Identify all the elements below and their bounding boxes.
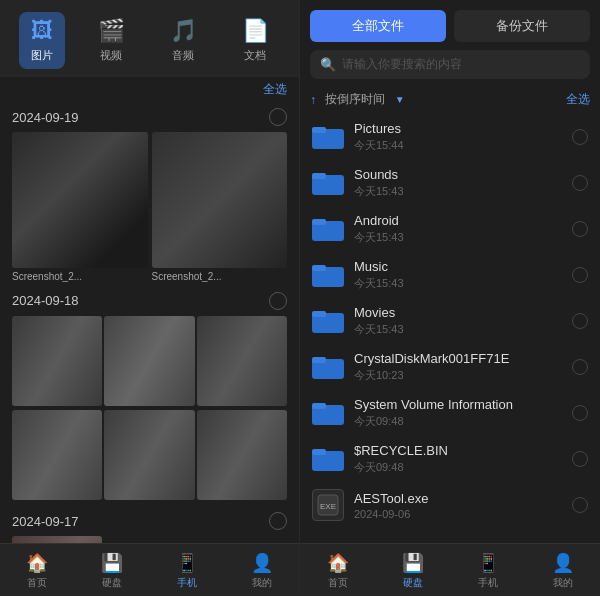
file-select-aestool[interactable]: [572, 497, 588, 513]
file-item-music[interactable]: Music 今天15:43: [306, 252, 594, 298]
docs-icon: 📄: [242, 18, 269, 44]
tab-video[interactable]: 🎬 视频: [86, 12, 137, 69]
sort-text: 按倒序时间: [325, 91, 385, 108]
file-item-sounds[interactable]: Sounds 今天15:43: [306, 160, 594, 206]
date-circle-0917[interactable]: [269, 512, 287, 530]
file-name-aestool: AESTool.exe: [354, 491, 562, 506]
file-item-recyclebin[interactable]: $RECYCLE.BIN 今天09:48: [306, 436, 594, 482]
left-nav-home[interactable]: 🏠 首页: [26, 552, 48, 590]
file-item-android[interactable]: Android 今天15:43: [306, 206, 594, 252]
file-type-tabs: 🖼 图片 🎬 视频 🎵 音频 📄 文档: [0, 0, 299, 77]
tab-docs-label: 文档: [244, 48, 266, 63]
tab-photos[interactable]: 🖼 图片: [19, 12, 65, 69]
date-label-0919: 2024-09-19: [12, 110, 79, 125]
svg-rect-7: [312, 265, 326, 271]
file-info-sounds: Sounds 今天15:43: [354, 167, 562, 199]
file-info-recyclebin: $RECYCLE.BIN 今天09:48: [354, 443, 562, 475]
file-date-sysvolinfo: 今天09:48: [354, 414, 562, 429]
phone-icon-right: 📱: [477, 552, 499, 574]
right-nav-phone[interactable]: 📱 手机: [477, 552, 499, 590]
tab-audio-label: 音频: [172, 48, 194, 63]
file-info-aestool: AESTool.exe 2024-09-06: [354, 491, 562, 520]
photo-item-1[interactable]: Screenshot_2...: [152, 132, 288, 282]
file-item-crystaldisk[interactable]: CrystalDiskMark001FF71E 今天10:23: [306, 344, 594, 390]
file-date-sounds: 今天15:43: [354, 184, 562, 199]
right-bottom-nav: 🏠 首页 💾 硬盘 📱 手机 👤 我的: [300, 543, 600, 596]
thumb-0918-3[interactable]: [12, 410, 102, 500]
photos-icon: 🖼: [31, 18, 53, 44]
file-select-music[interactable]: [572, 267, 588, 283]
file-select-sounds[interactable]: [572, 175, 588, 191]
file-select-sysvolinfo[interactable]: [572, 405, 588, 421]
right-nav-mine-label: 我的: [553, 576, 573, 590]
svg-rect-11: [312, 357, 326, 363]
photo-grid-0919: Screenshot_2... Screenshot_2...: [0, 132, 299, 286]
left-nav-phone[interactable]: 📱 手机: [176, 552, 198, 590]
photo-grid-0917: [0, 536, 299, 543]
file-select-android[interactable]: [572, 221, 588, 237]
date-label-0918: 2024-09-18: [12, 293, 79, 308]
right-panel: 全部文件 备份文件 🔍 请输入你要搜索的内容 ↑ 按倒序时间 ▼ 全选 Pict…: [300, 0, 600, 596]
date-header-0918: 2024-09-18: [0, 286, 299, 316]
date-circle-0918[interactable]: [269, 292, 287, 310]
date-label-0917: 2024-09-17: [12, 514, 79, 529]
file-select-crystaldisk[interactable]: [572, 359, 588, 375]
right-nav-home[interactable]: 🏠 首页: [327, 552, 349, 590]
right-nav-disk[interactable]: 💾 硬盘: [402, 552, 424, 590]
tab-docs[interactable]: 📄 文档: [230, 12, 281, 69]
file-item-aestool[interactable]: EXE AESTool.exe 2024-09-06: [306, 482, 594, 528]
file-name-android: Android: [354, 213, 562, 228]
file-select-movies[interactable]: [572, 313, 588, 329]
backup-files-button[interactable]: 备份文件: [454, 10, 590, 42]
left-select-all-button[interactable]: 全选: [263, 81, 287, 98]
all-files-button[interactable]: 全部文件: [310, 10, 446, 42]
svg-rect-15: [312, 449, 326, 455]
right-nav-home-label: 首页: [328, 576, 348, 590]
thumb-0918-0[interactable]: [12, 316, 102, 406]
photo-item-0[interactable]: Screenshot_2...: [12, 132, 148, 282]
photo-grid-0918: [0, 316, 299, 507]
file-item-movies[interactable]: Movies 今天15:43: [306, 298, 594, 344]
search-bar[interactable]: 🔍 请输入你要搜索的内容: [310, 50, 590, 79]
svg-rect-9: [312, 311, 326, 317]
sort-arrow: ↑: [310, 93, 316, 107]
svg-rect-3: [312, 173, 326, 179]
thumb-0918-4[interactable]: [104, 410, 194, 500]
file-list[interactable]: Pictures 今天15:44 Sounds 今天15:43: [300, 114, 600, 543]
file-select-recyclebin[interactable]: [572, 451, 588, 467]
file-info-sysvolinfo: System Volume Information 今天09:48: [354, 397, 562, 429]
file-name-sysvolinfo: System Volume Information: [354, 397, 562, 412]
folder-icon-android: [312, 216, 344, 242]
photo-name-0: Screenshot_2...: [12, 271, 148, 282]
top-buttons: 全部文件 备份文件: [300, 0, 600, 50]
photo-name-1: Screenshot_2...: [152, 271, 288, 282]
left-nav-mine[interactable]: 👤 我的: [251, 552, 273, 590]
right-nav-mine[interactable]: 👤 我的: [552, 552, 574, 590]
audio-icon: 🎵: [170, 18, 197, 44]
sort-label[interactable]: ↑ 按倒序时间 ▼: [310, 91, 405, 108]
file-date-recyclebin: 今天09:48: [354, 460, 562, 475]
left-nav-disk[interactable]: 💾 硬盘: [101, 552, 123, 590]
tab-photos-label: 图片: [31, 48, 53, 63]
photo-scroll-area[interactable]: 2024-09-19 Screenshot_2... Screenshot_2.…: [0, 102, 299, 543]
tab-audio[interactable]: 🎵 音频: [158, 12, 209, 69]
svg-rect-13: [312, 403, 326, 409]
home-icon-right: 🏠: [327, 552, 349, 574]
file-item-sysvolinfo[interactable]: System Volume Information 今天09:48: [306, 390, 594, 436]
date-header-0919: 2024-09-19: [0, 102, 299, 132]
svg-text:EXE: EXE: [320, 502, 336, 511]
thumb-0918-2[interactable]: [197, 316, 287, 406]
phone-icon-left: 📱: [176, 552, 198, 574]
date-group-0919: 2024-09-19 Screenshot_2... Screenshot_2.…: [0, 102, 299, 286]
folder-icon-sysvolinfo: [312, 400, 344, 426]
thumb-0918-5[interactable]: [197, 410, 287, 500]
file-item-pictures[interactable]: Pictures 今天15:44: [306, 114, 594, 160]
folder-icon-movies: [312, 308, 344, 334]
file-select-pictures[interactable]: [572, 129, 588, 145]
thumb-0917-0[interactable]: [12, 536, 102, 543]
video-icon: 🎬: [98, 18, 125, 44]
left-bottom-nav: 🏠 首页 💾 硬盘 📱 手机 👤 我的: [0, 543, 299, 596]
date-circle-0919[interactable]: [269, 108, 287, 126]
thumb-0918-1[interactable]: [104, 316, 194, 406]
right-select-all-button[interactable]: 全选: [566, 91, 590, 108]
